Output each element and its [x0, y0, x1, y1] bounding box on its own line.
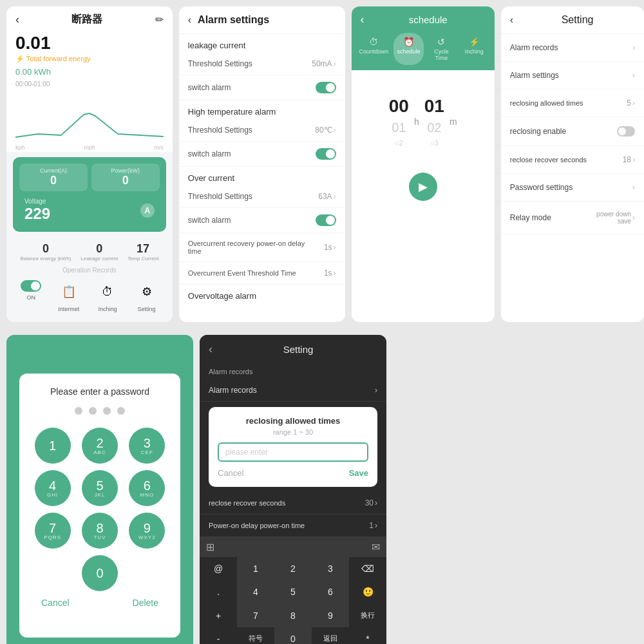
alarm-records-row-dark[interactable]: Alarm records ›	[200, 379, 386, 402]
stat-balance: 0 Balance energy (kWh)	[20, 242, 71, 261]
enter-key[interactable]: 换行	[349, 604, 386, 627]
tab-cycle[interactable]: ↺ Cycle Time	[426, 33, 457, 65]
chevron-icon: ›	[632, 71, 635, 80]
action-inching[interactable]: ⏱ Inching	[96, 280, 119, 312]
mins-sub2: ○3	[430, 139, 439, 147]
overcurrent-event-row[interactable]: Overcurrent Event Threshold Time 1s›	[179, 262, 345, 285]
keyboard-mail-icon[interactable]: ✉	[372, 541, 380, 553]
key-num2[interactable]: 2	[274, 557, 312, 580]
key-num7[interactable]: 7	[237, 604, 274, 627]
key-num4[interactable]: 4	[237, 580, 274, 603]
overcurrent-recovery-row[interactable]: Overcurrent recovery power-on delay time…	[179, 233, 345, 262]
key-plus[interactable]: +	[200, 604, 237, 627]
chevron-icon: ›	[334, 192, 336, 201]
key-9[interactable]: 9 WXY2	[129, 513, 165, 549]
dialog-input[interactable]: please enter	[218, 442, 368, 462]
power-box: Power(kW) 0	[91, 164, 160, 191]
schedule-icon: ⏰	[403, 37, 414, 47]
reclose-recover-row[interactable]: reclose recover seconds 18›	[501, 146, 644, 174]
schedule-back-icon[interactable]: ‹	[361, 13, 365, 26]
cancel-button[interactable]: Cancel	[41, 598, 70, 608]
panel-dark-setting: ‹ Setting Alarm records Alarm records › …	[200, 335, 386, 644]
current-box: Current(A) 0	[19, 164, 88, 191]
tab-countdown-label: Countdown	[359, 48, 389, 55]
key-num8[interactable]: 8	[274, 604, 312, 627]
action-on[interactable]: ON	[21, 280, 41, 312]
key-at[interactable]: @	[200, 557, 237, 580]
action-internet-label: Intermet	[58, 306, 79, 312]
dialog-save-button[interactable]: Save	[349, 468, 368, 478]
tab-inching[interactable]: ⚡ Inching	[459, 33, 489, 65]
key-8[interactable]: 8 TUV	[82, 513, 118, 549]
hightemp-toggle[interactable]	[316, 148, 336, 160]
schedule-tabs: ⏱ Countdown ⏰ schedule ↺ Cycle Time ⚡ In…	[352, 33, 495, 70]
back-key[interactable]: 返回	[312, 627, 349, 644]
alarm-header: ‹ Alarm settings	[179, 6, 345, 34]
reclose-recover-row-dark[interactable]: reclose recover seconds 30›	[200, 492, 386, 515]
chevron-icon: ›	[375, 386, 377, 395]
kwh-value: 0.00 kWh	[15, 67, 51, 77]
key-1[interactable]: 1	[35, 428, 71, 464]
emoji-key[interactable]: 🙂	[349, 580, 386, 603]
overcurrent-toggle-row: switch alarm	[179, 208, 345, 233]
reclosing-enable-toggle[interactable]	[617, 126, 635, 137]
reclosing-allowed-row[interactable]: reclosing allowed times 5›	[501, 90, 644, 117]
password-card: Please enter a password 1 2 ABC 3 CEF	[19, 374, 180, 638]
edit-icon[interactable]: ✏	[155, 14, 164, 26]
section-leakage: leakage current Threshold Settings 50mA›…	[179, 34, 345, 100]
delete-button[interactable]: Delete	[133, 598, 158, 608]
setting-header: ‹ Setting	[501, 6, 644, 34]
key-3[interactable]: 3 CEF	[129, 428, 165, 464]
breaker-header: ‹ 断路器 ✏	[6, 6, 173, 30]
mins-sub1: 02	[427, 120, 441, 135]
leakage-toggle[interactable]	[316, 82, 336, 93]
dot-3	[103, 407, 111, 415]
relay-mode-row[interactable]: Relay mode power down save›	[501, 202, 644, 234]
symbol-key[interactable]: 符号	[237, 627, 274, 644]
key-num0[interactable]: 0	[274, 627, 312, 644]
dialog-cancel-button[interactable]: Cancel	[218, 468, 243, 478]
action-inching-label: Inching	[99, 306, 117, 312]
leakage-threshold-row[interactable]: Threshold Settings 50mA›	[179, 53, 345, 75]
key-star[interactable]: *	[349, 627, 386, 644]
key-5[interactable]: 5 JKL	[82, 470, 118, 506]
hightemp-threshold-row[interactable]: Threshold Settings 80℃›	[179, 119, 345, 142]
alarm-settings-row[interactable]: Alarm settings ›	[501, 62, 644, 90]
key-2[interactable]: 2 ABC	[82, 428, 118, 464]
key-4[interactable]: 4 GHI	[35, 470, 71, 506]
key-num9[interactable]: 9	[312, 604, 349, 627]
tab-countdown[interactable]: ⏱ Countdown	[357, 33, 392, 65]
chart-labels: kph mph m/s	[6, 143, 173, 152]
power-on-delay-row[interactable]: Power-on delay power-on time 1›	[200, 515, 386, 537]
password-settings-row[interactable]: Password settings ›	[501, 174, 644, 202]
tab-schedule[interactable]: ⏰ schedule	[393, 33, 424, 65]
power-val: 0	[95, 174, 156, 187]
key-6[interactable]: 6 MNO	[129, 470, 165, 506]
overcurrent-threshold-row[interactable]: Threshold Settings 63A›	[179, 185, 345, 208]
setting-back-icon[interactable]: ‹	[510, 14, 513, 26]
alarm-records-row[interactable]: Alarm records ›	[501, 34, 644, 62]
key-7[interactable]: 7 PQRS	[35, 513, 71, 549]
keyboard-grid-icon[interactable]: ⊞	[206, 541, 214, 553]
key-0[interactable]: 0	[82, 555, 118, 591]
action-setting[interactable]: ⚙ Setting	[135, 280, 158, 312]
key-dot[interactable]: .	[200, 580, 237, 603]
alarm-back-icon[interactable]: ‹	[188, 14, 191, 26]
toggle-on-icon[interactable]	[21, 280, 41, 292]
dark-back-icon[interactable]: ‹	[209, 343, 213, 356]
backspace-key[interactable]: ⌫	[349, 557, 386, 580]
chart-area	[6, 91, 173, 143]
action-internet[interactable]: 📋 Intermet	[57, 280, 80, 312]
key-num3[interactable]: 3	[312, 557, 349, 580]
tab-cycle-label: Cycle Time	[429, 48, 454, 61]
keyboard-top: ⊞ ✉	[200, 537, 386, 557]
overcurrent-toggle[interactable]	[316, 214, 336, 226]
chevron-icon: ›	[334, 269, 336, 278]
key-minus[interactable]: -	[200, 627, 237, 644]
play-button[interactable]: ▶	[409, 173, 437, 201]
key-num6[interactable]: 6	[312, 580, 349, 603]
mins-main: 01	[424, 96, 444, 117]
key-num1[interactable]: 1	[237, 557, 274, 580]
current-val: 0	[23, 174, 84, 187]
key-num5[interactable]: 5	[274, 580, 312, 603]
